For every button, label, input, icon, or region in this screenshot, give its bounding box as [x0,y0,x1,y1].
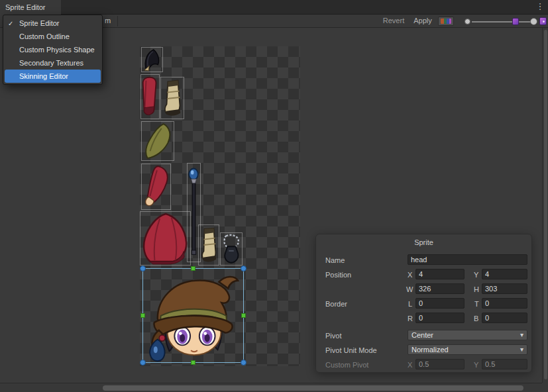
sprite-piece-necklace[interactable] [220,232,243,266]
menu-item-label: Secondary Textures [19,59,83,67]
border-b-prefix: B [474,315,478,322]
custom-pivot-label: Custom Pivot [325,361,368,369]
chevron-down-icon: ▾ [520,346,523,353]
selection-handle-corner-bottom-left[interactable] [140,360,146,366]
menu-item-sprite-editor[interactable]: ✓ Sprite Editor [3,17,102,30]
sprite-editor-mode-menu: ✓ Sprite Editor Custom Outline Custom Ph… [3,15,103,85]
sprite-piece-boot[interactable] [160,77,184,119]
mip-slider-marker-icon[interactable] [512,18,519,25]
selection-handle-edge-bottom[interactable] [191,360,195,365]
custom-pivot-y-input [482,359,527,369]
name-label: Name [325,256,345,264]
sprite-piece-hat-tip[interactable] [141,47,163,72]
scrollbar-corner [542,383,548,392]
name-input[interactable] [408,254,527,265]
scarf-image [142,122,174,160]
sprite-piece-arm[interactable] [141,164,171,210]
titlebar: Sprite Editor ⋮ [0,0,548,15]
selection-handle-corner-bottom-right[interactable] [241,360,247,366]
border-t-input[interactable] [482,298,527,309]
pivot-unit-mode-select[interactable]: Normalized ▾ [408,344,527,355]
menu-item-label: Custom Outline [19,32,70,40]
menu-item-custom-physics-shape[interactable]: Custom Physics Shape [3,43,102,56]
pivot-select[interactable]: Center ▾ [408,330,527,340]
border-r-prefix: R [408,315,413,322]
custom-pivot-x-input [415,359,465,369]
selected-sprite-head[interactable] [142,268,244,363]
vertical-scrollbar[interactable] [542,28,548,383]
necklace-image [221,233,242,265]
head-image [143,269,243,362]
menu-item-label: Custom Physics Shape [19,46,95,54]
pivot-unit-mode-label: Pivot Unit Mode [325,346,377,354]
selection-handle-corner-top-left[interactable] [140,266,146,271]
sprite-inspector-panel: Sprite Name Position X Y W H Border L T … [315,234,532,373]
hat-tip-image [142,48,162,72]
cloak-image [140,212,190,265]
border-r-input[interactable] [415,313,465,323]
border-label: Border [325,300,347,308]
sleeve-image [141,75,159,119]
selection-handle-edge-top[interactable] [191,266,195,271]
kebab-menu-icon[interactable]: ⋮ [535,1,545,13]
checkmark-icon: ✓ [8,20,13,27]
sprite-piece-boot-2[interactable] [198,224,219,266]
window-tab-label: Sprite Editor [5,3,46,11]
menu-item-label: Sprite Editor [19,19,60,27]
border-l-prefix: L [408,300,412,308]
zoom-slider-knob[interactable] [465,19,470,24]
position-w-prefix: W [406,285,413,293]
toolbar-separator [117,16,118,26]
sprite-editor-mode-dropdown-button[interactable]: Sprite Editor [0,0,61,15]
pivot-select-value: Center [411,331,433,339]
mipmap-icon [539,17,547,25]
border-l-input[interactable] [415,298,465,309]
panel-title: Sprite [316,238,531,246]
pivot-label: Pivot [325,332,341,340]
arm-image [142,164,170,209]
vertical-scrollbar-thumb[interactable] [544,30,547,379]
horizontal-scrollbar[interactable] [0,383,542,392]
partial-hidden-toolbar-button[interactable]: m [105,17,111,24]
position-h-prefix: H [474,285,479,293]
sprite-piece-scarf[interactable] [141,121,174,161]
selection-handle-edge-right[interactable] [241,313,246,318]
menu-item-custom-outline[interactable]: Custom Outline [3,30,102,43]
boot-image [161,77,184,119]
pivot-unit-mode-value: Normalized [411,346,449,354]
position-w-input[interactable] [415,283,465,294]
zoom-slider-track[interactable] [472,21,533,23]
selection-handle-corner-top-right[interactable] [241,266,247,271]
position-y-prefix: Y [474,271,478,279]
position-x-input[interactable] [415,269,465,279]
rgb-swatch-icon [441,19,451,24]
custom-pivot-x-prefix: X [408,361,412,369]
menu-item-secondary-textures[interactable]: Secondary Textures [3,56,102,70]
sprite-editor-window: Sprite Editor ⋮ m Revert Apply [0,0,548,392]
horizontal-scrollbar-thumb[interactable] [103,385,523,391]
mip-slider-knob[interactable] [530,18,537,25]
selection-handle-edge-left[interactable] [140,313,145,318]
border-t-prefix: T [474,300,479,308]
boot-2-image [199,225,219,265]
position-h-input[interactable] [482,283,527,294]
border-b-input[interactable] [482,313,527,323]
sprite-piece-cloak[interactable] [140,211,191,266]
apply-button[interactable]: Apply [410,17,436,24]
menu-item-label: Skinning Editor [19,72,68,80]
color-alpha-toggle-button[interactable] [438,17,454,26]
position-y-input[interactable] [482,269,527,279]
revert-button[interactable]: Revert [380,17,408,24]
position-label: Position [325,271,351,279]
position-x-prefix: X [408,271,412,279]
sprite-piece-sleeve[interactable] [140,74,160,119]
custom-pivot-y-prefix: Y [474,361,478,369]
menu-item-skinning-editor[interactable]: Skinning Editor [5,70,101,83]
chevron-down-icon: ▾ [520,331,523,338]
